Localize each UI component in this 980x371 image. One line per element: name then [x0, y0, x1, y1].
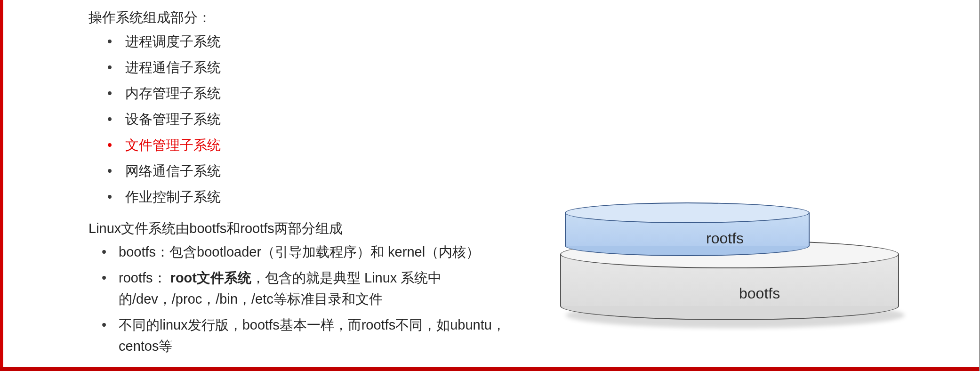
fs-points-list: bootfs：包含bootloader（引导加载程序）和 kernel（内核）r…	[88, 242, 512, 357]
rootfs-cylinder	[565, 202, 810, 257]
rootfs-label: rootfs	[706, 230, 744, 247]
subsystem-item: 内存管理子系统	[107, 83, 512, 104]
fs-intro: Linux文件系统由bootfs和rootfs两部分组成	[88, 218, 512, 239]
fs-point-item: bootfs：包含bootloader（引导加载程序）和 kernel（内核）	[97, 242, 512, 263]
fs-point-item: 不同的linux发行版，bootfs基本一样，而rootfs不同，如ubuntu…	[97, 315, 512, 357]
subsystem-item: 进程调度子系统	[107, 31, 512, 52]
subsystem-item: 网络通信子系统	[107, 161, 512, 182]
fs-point-item: rootfs： root文件系统，包含的就是典型 Linux 系统中的/dev，…	[97, 267, 512, 310]
bottom-accent-bar	[0, 367, 980, 371]
os-heading: 操作系统组成部分：	[88, 7, 512, 28]
fs-point-bold: root文件系统	[170, 270, 251, 285]
subsystem-item: 文件管理子系统	[107, 135, 512, 156]
fs-layers-diagram: rootfs bootfs	[560, 207, 899, 339]
left-accent-bar	[0, 0, 3, 367]
subsystem-item: 进程通信子系统	[107, 57, 512, 78]
subsystem-list: 进程调度子系统进程通信子系统内存管理子系统设备管理子系统文件管理子系统网络通信子…	[88, 31, 512, 208]
subsystem-item: 作业控制子系统	[107, 186, 512, 208]
subsystem-item: 设备管理子系统	[107, 109, 512, 130]
bootfs-label: bootfs	[739, 285, 780, 302]
fs-point-prefix: rootfs：	[119, 270, 170, 285]
slide-content: 操作系统组成部分： 进程调度子系统进程通信子系统内存管理子系统设备管理子系统文件…	[88, 7, 512, 362]
